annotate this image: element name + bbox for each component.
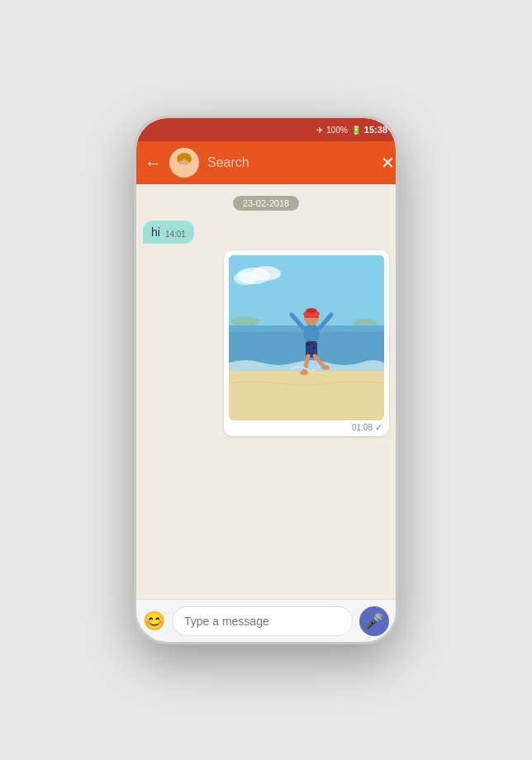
svg-point-11 <box>230 316 260 326</box>
airplane-icon: ✈ <box>316 126 323 135</box>
battery-icon: 🔋 <box>351 126 361 135</box>
svg-point-24 <box>306 343 310 346</box>
status-bar: ✈ 100% 🔋 15:38 <box>136 118 396 141</box>
phone-frame: ✈ 100% 🔋 15:38 ← ✕ <box>134 116 398 644</box>
svg-rect-15 <box>229 371 384 420</box>
chat-header: ← ✕ <box>136 141 396 184</box>
avatar[interactable] <box>169 148 199 178</box>
svg-point-29 <box>300 370 308 375</box>
photo-bubble: 01:08 ✓ <box>224 250 389 436</box>
close-button[interactable]: ✕ <box>381 153 395 173</box>
date-badge: 23-02-2018 <box>143 196 389 211</box>
status-bar-content: ✈ 100% 🔋 15:38 <box>316 125 387 135</box>
svg-point-20 <box>306 308 317 313</box>
battery-percent: 100% <box>326 126 348 135</box>
svg-point-10 <box>234 272 257 285</box>
svg-point-25 <box>312 346 316 349</box>
message-input[interactable] <box>172 606 353 636</box>
read-checkmark: ✓ <box>375 422 382 433</box>
status-time: 15:38 <box>364 125 387 135</box>
svg-point-30 <box>321 365 330 370</box>
photo-image <box>229 255 384 420</box>
svg-point-6 <box>182 159 187 165</box>
photo-message-row: 01:08 ✓ <box>143 250 389 436</box>
photo-time: 01:08 <box>352 423 373 432</box>
svg-point-26 <box>311 342 313 344</box>
message-time: 14:01 <box>165 230 186 239</box>
phone-screen: ✈ 100% 🔋 15:38 ← ✕ <box>136 118 396 642</box>
search-input[interactable] <box>207 150 373 176</box>
emoji-button[interactable]: 😊 <box>143 610 165 632</box>
incoming-bubble: hi 14:01 <box>143 221 194 244</box>
mic-icon: 🎤 <box>365 612 383 630</box>
message-row: hi 14:01 <box>143 221 389 244</box>
back-button[interactable]: ← <box>145 154 161 173</box>
chat-body: 23-02-2018 hi 14:01 <box>136 184 396 599</box>
input-area: 😊 🎤 <box>136 599 396 642</box>
mic-button[interactable]: 🎤 <box>359 606 389 636</box>
message-text: hi <box>151 226 160 239</box>
photo-footer: 01:08 ✓ <box>229 420 384 433</box>
svg-point-16 <box>303 324 320 344</box>
